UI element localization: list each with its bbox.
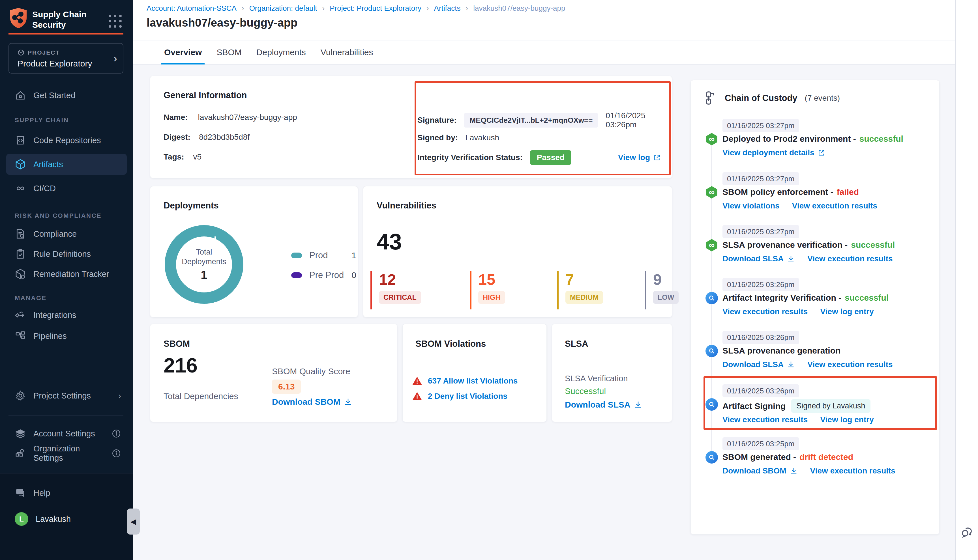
sidebar-section-manage: MANAGE [15,295,47,302]
tab-sbom[interactable]: SBOM [214,40,244,64]
sidebar-item-rule-definitions[interactable]: Rule Definitions [6,243,127,265]
sidebar-item-help[interactable]: ? Help [6,483,127,503]
sidebar-item-organization-settings[interactable]: Organization Settings [6,443,127,464]
donut-center-label: Total Deployments 1 [165,225,244,304]
download-sbom-link[interactable]: Download SBOM [272,397,352,407]
event-title: Artifact Signing Signed by Lavakush [723,399,870,413]
card-title: SBOM [164,339,190,349]
legend-item-preprod: Pre Prod 0 [291,270,356,280]
sidebar-item-remediation-tracker[interactable]: Remediation Tracker [6,263,127,285]
view-execution-results-link[interactable]: View execution results [723,415,808,424]
card-title: Vulnerabilities [377,200,436,211]
event-links: Download SBOM View execution results [723,467,895,475]
severity-high: 15 HIGH [470,271,543,309]
sidebar-collapse-handle[interactable]: ◀ [127,508,140,535]
slsa-card: SLSA SLSA Verification Successful Downlo… [552,324,672,422]
layers-icon [15,428,26,439]
user-avatar: L [15,512,28,526]
view-log-link[interactable]: View log [618,153,661,162]
chat-widget-button[interactable] [960,525,975,540]
event-timestamp: 01/16/2025 03:27pm [723,225,799,238]
breadcrumb-artifacts[interactable]: Artifacts [434,4,461,13]
tab-overview[interactable]: Overview [161,40,205,64]
tab-vulnerabilities[interactable]: Vulnerabilities [318,40,376,64]
event-links: View execution results View log entry [723,307,874,316]
event-timestamp: 01/16/2025 03:27pm [723,119,799,132]
tab-deployments[interactable]: Deployments [254,40,309,64]
event-links: Download SLSA View execution results [723,254,893,263]
project-selector[interactable]: PROJECT Product Exploratory › [8,43,124,73]
breadcrumb-separator: › [242,4,244,13]
right-utility-bar [955,0,978,560]
event-links: View violations View execution results [723,202,877,210]
app-logo-shield-icon [9,7,28,29]
deny-list-violations-link[interactable]: 2 Deny list Violations [428,392,507,401]
digest-value: 8d23bd3b5d8f [199,133,250,142]
vulnerabilities-total: 43 [377,229,402,255]
name-value: lavakush07/easy-buggy-app [198,113,297,122]
view-execution-results-link[interactable]: View execution results [723,307,808,316]
page-header: Account: Automation-SSCA › Organization:… [133,0,955,40]
sidebar-item-label: Account Settings [33,429,95,438]
sidebar-item-account-settings[interactable]: Account Settings [6,423,127,444]
sidebar-section-supply-chain: SUPPLY CHAIN [15,117,69,124]
view-execution-results-link[interactable]: View execution results [792,202,877,210]
event-title: SBOM generated -drift detected [723,452,853,462]
integrity-status-label: Integrity Verification Status: [417,153,523,162]
sidebar-item-label: Artifacts [33,160,63,169]
allow-list-violations-link[interactable]: 637 Allow list Violations [428,377,517,385]
event-title: Artifact Integrity Verification -success… [723,293,889,303]
pipeline-event-icon: ∞ [706,186,718,198]
view-execution-results-link[interactable]: View execution results [807,254,893,263]
view-violations-link[interactable]: View violations [723,202,779,210]
project-cube-icon [18,49,24,56]
event-title: SLSA provenance generation [723,346,841,355]
sidebar-item-integrations[interactable]: Integrations [6,305,127,325]
severity-medium: 7 MEDIUM [557,271,631,309]
event-links: View execution results View log entry [723,415,874,424]
scan-event-icon [706,451,718,463]
remediation-box-icon [15,268,26,280]
sidebar-item-code-repositories[interactable]: Code Repositories [6,130,127,151]
view-log-entry-link[interactable]: View log entry [820,415,874,424]
sidebar-item-label: Compliance [33,229,77,239]
breadcrumb-project[interactable]: Project: Product Exploratory [330,4,421,13]
sidebar-item-compliance[interactable]: Compliance [6,223,127,244]
download-slsa-link[interactable]: Download SLSA [723,254,795,263]
view-execution-results-link[interactable]: View execution results [807,360,893,369]
signed-by-value: Lavakush [465,133,499,142]
event-status: drift detected [799,452,853,462]
download-slsa-link[interactable]: Download SLSA [565,400,643,410]
sidebar-item-project-settings[interactable]: Project Settings › [6,385,127,406]
sidebar-divider [8,356,124,356]
allow-list-violations-row: 637 Allow list Violations [412,376,517,386]
breadcrumb-account[interactable]: Account: Automation-SSCA [147,4,237,13]
sidebar-item-get-started[interactable]: Get Started [6,85,127,106]
event-links: Download SLSA View execution results [723,360,893,369]
signature-value: MEQCICde2VjIT...bL+2+mqnOXw== [464,113,598,128]
event-status: successful [845,293,889,303]
signature-label: Signature: [417,116,456,125]
sidebar-item-cicd[interactable]: CI/CD [6,178,127,199]
breadcrumb-organization[interactable]: Organization: default [249,4,317,13]
view-log-entry-link[interactable]: View log entry [820,307,874,316]
sidebar-item-label: Integrations [33,310,77,320]
download-sbom-link[interactable]: Download SBOM [723,467,798,475]
download-slsa-link[interactable]: Download SLSA [723,360,795,369]
event-status: successful [860,134,903,144]
view-execution-results-link[interactable]: View execution results [810,467,895,475]
signature-timestamp: 01/16/2025 03:26pm [606,111,661,129]
sidebar-item-artifacts[interactable]: Artifacts [6,154,127,175]
sidebar-item-pipelines[interactable]: Pipelines [6,325,127,347]
sidebar-item-user[interactable]: L Lavakush [6,508,127,530]
sidebar: Supply Chain Security PROJECT Product Ex… [0,0,133,560]
scan-event-icon [706,345,718,357]
app-switcher-grid-icon[interactable] [108,15,122,28]
event-timestamp: 01/16/2025 03:26pm [723,331,799,344]
event-timestamp: 01/16/2025 03:25pm [723,437,799,450]
vertical-divider [411,106,411,163]
download-icon [344,398,352,406]
breadcrumb-current: lavakush07/easy-buggy-app [473,4,565,13]
sidebar-item-label: Remediation Tracker [33,270,109,279]
view-deployment-details-link[interactable]: View deployment details [723,148,825,157]
